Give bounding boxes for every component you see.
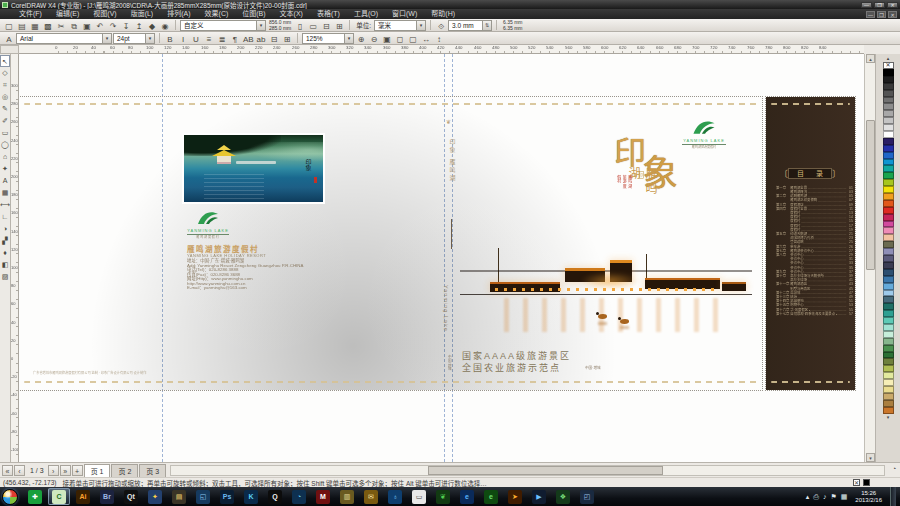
color-swatch[interactable] — [883, 234, 894, 241]
zoom-page-icon[interactable]: ▢ — [407, 33, 419, 44]
all-pages-icon[interactable]: ⊟ — [320, 20, 332, 31]
save-icon[interactable]: ▦ — [29, 20, 41, 31]
zoom-selected-icon[interactable]: ▣ — [381, 33, 393, 44]
color-swatch[interactable] — [883, 159, 894, 166]
close-button[interactable]: ✕ — [887, 2, 898, 8]
taskbar-notebook-icon[interactable]: ▥ — [336, 488, 358, 505]
import-icon[interactable]: ↧ — [120, 20, 132, 31]
color-swatch[interactable] — [883, 379, 894, 386]
freehand-tool-icon[interactable]: ✎ — [0, 103, 10, 115]
color-swatch[interactable] — [883, 331, 894, 338]
color-swatch[interactable] — [883, 365, 894, 372]
pick-tool-icon[interactable]: ↖ — [0, 55, 10, 67]
align-icon[interactable]: ≡ — [203, 33, 215, 44]
combo-arrow-icon[interactable]: ▾ — [102, 34, 111, 43]
color-swatch[interactable] — [883, 358, 894, 365]
color-swatch[interactable] — [883, 372, 894, 379]
drop-cap-icon[interactable]: ¶ — [229, 33, 241, 44]
combo-arrow-icon[interactable]: ▾ — [416, 21, 425, 30]
taskbar-chat-icon[interactable]: ❖ — [552, 488, 574, 505]
menu-item[interactable]: 表格(T) — [310, 9, 347, 19]
color-swatch[interactable] — [883, 345, 894, 352]
taskbar-360browser-icon[interactable]: e — [480, 488, 502, 505]
shape-tool-icon[interactable]: ◇ — [0, 67, 10, 79]
prev-page-button[interactable]: ‹ — [14, 465, 25, 476]
taskbar-people-icon[interactable]: ✦ — [144, 488, 166, 505]
color-swatch[interactable] — [883, 290, 894, 297]
color-swatch[interactable] — [883, 69, 894, 76]
color-swatch[interactable] — [883, 145, 894, 152]
duplicate-distance-fields[interactable]: 6.35 mm 6.35 mm — [501, 19, 524, 31]
color-swatch[interactable] — [883, 324, 894, 331]
horizontal-ruler[interactable]: 0204060801001201401601802002202402602803… — [19, 45, 864, 54]
table-tool-icon[interactable]: ▦ — [0, 187, 10, 199]
fill-tool-icon[interactable]: ◧ — [0, 259, 10, 271]
taskbar-folder-icon[interactable]: ▤ — [168, 488, 190, 505]
edit-text-icon[interactable]: ab — [255, 33, 267, 44]
tray-network-icon[interactable]: ▦ — [841, 493, 848, 501]
color-swatch[interactable] — [883, 165, 894, 172]
color-swatch[interactable] — [883, 393, 894, 400]
character-icon[interactable]: AB — [242, 33, 254, 44]
zoom-level-combo[interactable]: 125%▾ — [302, 33, 354, 44]
menu-item[interactable]: 排列(A) — [160, 9, 197, 19]
combo-arrow-icon[interactable]: ▾ — [344, 34, 353, 43]
nudge-field[interactable]: 3.0 mm⇅ — [448, 20, 492, 31]
horizontal-scroll-thumb[interactable] — [428, 466, 663, 475]
text-tool-icon[interactable]: A — [0, 175, 10, 187]
color-swatch[interactable] — [883, 131, 894, 138]
color-swatch[interactable] — [883, 317, 894, 324]
taskbar-foxmail-icon[interactable]: M — [312, 488, 334, 505]
undo-icon[interactable]: ↶ — [94, 20, 106, 31]
zoom-out-icon[interactable]: ⊖ — [368, 33, 380, 44]
redo-icon[interactable]: ↷ — [107, 20, 119, 31]
connector-tool-icon[interactable]: ∟ — [0, 211, 10, 223]
vertical-ruler[interactable]: 3002802602402202001801601401201008060402… — [11, 54, 19, 462]
tray-up-icon[interactable]: ▴ — [806, 493, 810, 501]
start-button[interactable] — [2, 489, 18, 505]
menu-item[interactable]: 工具(O) — [347, 9, 385, 19]
menu-item[interactable]: 编辑(E) — [49, 9, 86, 19]
paste-icon[interactable]: ▣ — [81, 20, 93, 31]
menu-item[interactable]: 效果(C) — [198, 9, 236, 19]
taskbar-globe-icon[interactable]: ♁ — [384, 488, 406, 505]
color-swatch[interactable] — [883, 193, 894, 200]
paper-size-fields[interactable]: 856.0 mm 285.0 mm — [267, 19, 293, 31]
color-swatch[interactable] — [883, 110, 894, 117]
menu-item[interactable]: 版面(L) — [124, 9, 161, 19]
scroll-up-icon[interactable]: ▴ — [866, 54, 875, 63]
color-swatch[interactable] — [883, 76, 894, 83]
zoom-in-icon[interactable]: ⊕ — [355, 33, 367, 44]
palette-scroll-up-icon[interactable]: ▴ — [883, 55, 894, 62]
taskbar-browser-icon[interactable]: ◔ — [288, 488, 310, 505]
smart-draw-tool-icon[interactable]: ✐ — [0, 115, 10, 127]
taskbar-quicktime-icon[interactable]: Qt — [120, 488, 142, 505]
new-document-icon[interactable]: ▢ — [3, 20, 15, 31]
menu-item[interactable]: 窗口(W) — [385, 9, 424, 19]
zoom-tool-icon[interactable]: ◎ — [0, 91, 10, 103]
corel-online-icon[interactable]: ◉ — [159, 20, 171, 31]
taskbar-parrot-icon[interactable]: ❦ — [432, 488, 454, 505]
bullet-list-icon[interactable]: ≣ — [216, 33, 228, 44]
add-page-button[interactable]: + — [72, 465, 83, 476]
color-swatch[interactable] — [883, 200, 894, 207]
tray-volume-icon[interactable]: ♪ — [823, 493, 827, 501]
taskbar-explorer-icon[interactable]: ◰ — [576, 488, 598, 505]
color-swatch[interactable] — [883, 296, 894, 303]
taskbar-k-icon[interactable]: K — [240, 488, 262, 505]
font-combo[interactable]: Arial▾ — [16, 33, 112, 44]
print-icon[interactable]: ▩ — [42, 20, 54, 31]
cut-icon[interactable]: ✂ — [55, 20, 67, 31]
font-size-combo[interactable]: 24pt▾ — [113, 33, 155, 44]
underline-icon[interactable]: U — [190, 33, 202, 44]
horizontal-scrollbar[interactable] — [170, 465, 885, 476]
vertical-scrollbar[interactable]: ▴ ▾ — [864, 54, 875, 462]
page-tab[interactable]: 页 1 — [84, 464, 111, 477]
export-icon[interactable]: ↥ — [133, 20, 145, 31]
zoom-width-icon[interactable]: ↔ — [420, 33, 432, 44]
vertical-scroll-thumb[interactable] — [866, 120, 875, 270]
landscape-icon[interactable]: ▭ — [307, 20, 319, 31]
doc-close-button[interactable]: ✕ — [888, 11, 897, 18]
color-swatch[interactable] — [883, 386, 894, 393]
last-page-button[interactable]: » — [60, 465, 71, 476]
